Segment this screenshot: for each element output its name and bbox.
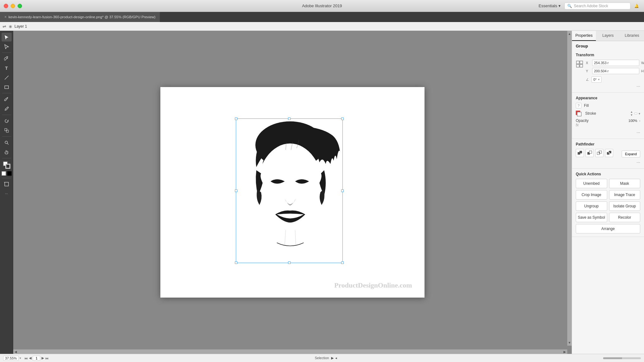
next-next-button[interactable]: ⏭	[45, 356, 49, 360]
search-adobe-stock[interactable]: 🔍 Search Adobe Stock	[564, 3, 630, 9]
stroke-value[interactable]	[634, 112, 637, 114]
next-button[interactable]: ▶	[42, 356, 44, 360]
more-tools[interactable]: ···	[2, 189, 12, 198]
isolate-group-button[interactable]: Isolate Group	[609, 201, 641, 211]
zoom-control[interactable]: 37.55% ▾	[3, 356, 21, 361]
opacity-value[interactable]: 100%	[629, 119, 637, 123]
maximize-button[interactable]	[18, 4, 22, 8]
angle-field[interactable]: 0° ▾	[591, 76, 602, 83]
toolbar: T	[0, 31, 13, 354]
svg-rect-17	[576, 61, 579, 64]
pen-tool[interactable]	[2, 54, 12, 63]
handle-bottom-left[interactable]	[235, 261, 237, 264]
stroke-stepper[interactable]: ▲ ▼	[630, 110, 633, 117]
hand-tool[interactable]	[2, 148, 12, 156]
layerbar: ⇌ ◉ Layer 1	[0, 22, 644, 31]
tab-layers[interactable]: Layers	[596, 31, 620, 41]
stroke-swatch[interactable]	[576, 111, 581, 116]
expand-button[interactable]: Expand	[622, 151, 640, 157]
prev-button[interactable]: ◀	[29, 356, 31, 360]
vertical-scrollbar[interactable]: ▲ ▼	[567, 31, 572, 346]
stroke-chevron[interactable]: ▾	[639, 112, 640, 115]
search-icon: 🔍	[567, 4, 572, 8]
handle-top-left[interactable]	[235, 118, 237, 120]
pathfinder-row: Expand	[576, 149, 640, 159]
white-swatch[interactable]	[2, 171, 6, 176]
handle-top-right[interactable]	[341, 118, 344, 120]
line-tool[interactable]	[2, 73, 12, 82]
black-swatch[interactable]	[7, 171, 12, 176]
status-expand-icon[interactable]: ◂	[335, 356, 337, 360]
transform-more[interactable]: ···	[576, 83, 640, 89]
tool-divider-1	[2, 52, 11, 53]
zoom-value[interactable]: 37.55%	[3, 356, 19, 361]
minus-front-button[interactable]	[586, 149, 594, 157]
svg-rect-6	[5, 182, 8, 186]
horizontal-scrollbar[interactable]: ◀ ▶	[13, 349, 567, 354]
pencil-tool[interactable]	[2, 104, 12, 113]
zoom-tool[interactable]	[2, 138, 12, 147]
tool-divider-3	[2, 115, 11, 115]
selection-tool[interactable]	[2, 33, 12, 41]
scale-tool[interactable]	[2, 126, 12, 135]
stroke-color[interactable]	[5, 164, 10, 169]
image-trace-button[interactable]: Image Trace	[609, 190, 641, 200]
handle-middle-right[interactable]	[341, 189, 344, 192]
handle-middle-left[interactable]	[235, 189, 237, 192]
fill-stroke-colors[interactable]	[2, 161, 12, 169]
angle-value: 0°	[593, 78, 597, 81]
layer-visibility-icon[interactable]: ◉	[9, 24, 12, 29]
traffic-lights	[4, 4, 22, 8]
rectangle-tool[interactable]	[2, 83, 12, 91]
status-arrow-icon[interactable]: ▶	[331, 356, 334, 360]
exclude-button[interactable]	[605, 149, 613, 157]
app-title: Adobe Illustrator 2019	[302, 3, 342, 8]
save-as-symbol-button[interactable]: Save as Symbol	[576, 213, 607, 222]
prev-prev-button[interactable]: ⏮	[24, 356, 28, 360]
canvas-area[interactable]: ProductDesignOnline.com ▲ ▼ ◀ ▶	[13, 31, 572, 354]
page-input[interactable]	[33, 356, 40, 361]
panel-tabs: Properties Layers Libraries	[572, 31, 644, 41]
unembed-button[interactable]: Unembed	[576, 179, 607, 188]
appearance-more[interactable]: ···	[576, 129, 640, 135]
paintbrush-tool[interactable]	[2, 95, 12, 104]
stroke-controls: ▲ ▼ ▾	[630, 110, 640, 117]
fx-icon[interactable]: fx	[576, 123, 579, 127]
crop-image-button[interactable]: Crop Image	[576, 190, 607, 200]
notification-icon[interactable]: 🔔	[634, 4, 639, 8]
intersect-button[interactable]	[595, 149, 603, 157]
angle-chevron: ▾	[598, 78, 600, 81]
ungroup-button[interactable]: Ungroup	[576, 201, 607, 211]
move-icon[interactable]: ⇌	[3, 24, 6, 29]
recolor-button[interactable]: Recolor	[609, 213, 641, 222]
workspace-switcher[interactable]: Essentials ▾	[539, 3, 561, 8]
close-button[interactable]	[4, 4, 8, 8]
minimize-button[interactable]	[11, 4, 15, 8]
direct-selection-tool[interactable]	[2, 42, 12, 51]
pathfinder-title: Pathfinder	[576, 142, 640, 146]
zoom-chevron[interactable]: ▾	[19, 356, 21, 360]
tab-properties[interactable]: Properties	[572, 31, 596, 41]
svg-rect-24	[580, 151, 582, 153]
mask-button[interactable]: Mask	[609, 179, 641, 188]
type-tool[interactable]: T	[2, 64, 12, 73]
handle-bottom-right[interactable]	[341, 261, 344, 264]
svg-point-4	[5, 141, 8, 144]
tab-libraries[interactable]: Libraries	[620, 31, 644, 41]
document-tab[interactable]: × kevin-kennedy-learn-fusion-360-product…	[0, 12, 160, 22]
fill-icon[interactable]: ?	[576, 103, 581, 108]
handle-bottom-center[interactable]	[288, 261, 291, 264]
current-tool: Selection	[315, 356, 329, 360]
arrange-button[interactable]: Arrange	[576, 224, 640, 233]
transform-grid-icon[interactable]	[576, 60, 585, 68]
artboard-tool[interactable]	[2, 180, 12, 189]
nav-controls: ⏮ ◀ ▶ ⏭	[24, 356, 49, 361]
x-input[interactable]	[592, 60, 639, 66]
unite-button[interactable]	[576, 149, 584, 157]
pathfinder-more[interactable]: ···	[576, 159, 640, 165]
opacity-chevron[interactable]: ›	[639, 119, 640, 123]
y-input[interactable]	[592, 68, 639, 74]
rotate-tool[interactable]	[2, 117, 12, 125]
face-artwork	[239, 118, 341, 257]
tab-close[interactable]: ×	[4, 15, 7, 19]
